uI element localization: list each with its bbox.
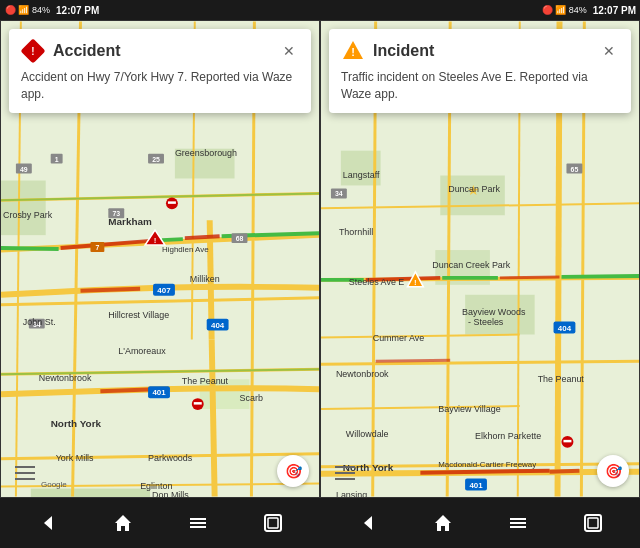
svg-rect-101 xyxy=(563,440,571,442)
svg-text:Greensborough: Greensborough xyxy=(175,148,237,158)
svg-text:7: 7 xyxy=(95,244,99,251)
svg-rect-69 xyxy=(194,402,202,404)
recent-button-right[interactable] xyxy=(573,503,613,543)
svg-text:L'Amoreaux: L'Amoreaux xyxy=(118,346,166,356)
svg-text:Don Mills: Don Mills xyxy=(152,490,189,497)
home-button-right[interactable] xyxy=(423,503,463,543)
waze-icon-left: 🔴 xyxy=(5,5,16,15)
right-compass-btn[interactable]: 🎯 xyxy=(597,455,629,487)
svg-line-90 xyxy=(500,277,560,278)
svg-line-17 xyxy=(212,339,215,496)
svg-text:!: ! xyxy=(154,236,157,245)
svg-marker-137 xyxy=(364,516,372,530)
svg-text:The Peanut: The Peanut xyxy=(182,376,229,386)
right-popup-title: Incident xyxy=(373,42,599,60)
svg-text:34: 34 xyxy=(335,190,343,197)
waze-icon-right: 🔴 xyxy=(542,5,553,15)
svg-text:Newtonbrook: Newtonbrook xyxy=(39,373,92,383)
svg-text:Hillcrest Village: Hillcrest Village xyxy=(108,310,169,320)
status-right: 🔴 📶 84% 12:07 PM xyxy=(320,0,640,20)
svg-text:Highdlen Ave: Highdlen Ave xyxy=(162,245,209,254)
battery-left: 84% xyxy=(32,5,50,15)
incident-icon: ! xyxy=(341,39,365,63)
svg-text:York Mills: York Mills xyxy=(56,453,94,463)
svg-text:Eglinton: Eglinton xyxy=(140,481,172,491)
svg-text:Parkwoods: Parkwoods xyxy=(148,453,193,463)
svg-marker-131 xyxy=(115,515,131,531)
left-popup-close[interactable]: ✕ xyxy=(279,41,299,61)
right-menu-btn[interactable] xyxy=(331,459,359,487)
svg-text:1: 1 xyxy=(55,156,59,163)
recent-button-left[interactable] xyxy=(253,503,293,543)
svg-text:Duncan Park: Duncan Park xyxy=(448,184,500,194)
svg-text:65: 65 xyxy=(571,166,579,173)
svg-rect-139 xyxy=(510,518,526,520)
accident-icon: ! xyxy=(21,39,45,63)
svg-text:The Peanut: The Peanut xyxy=(538,374,585,384)
time-left: 12:07 PM xyxy=(56,5,99,16)
svg-text:Milliken: Milliken xyxy=(190,274,220,284)
back-button-right[interactable] xyxy=(348,503,388,543)
right-nav xyxy=(320,498,640,548)
svg-text:Steeles Ave E: Steeles Ave E xyxy=(349,277,405,287)
svg-rect-141 xyxy=(510,526,526,528)
svg-text:!: ! xyxy=(351,46,355,58)
left-screen: ! 407 404 401 7 73 25 xyxy=(0,20,320,498)
svg-text:404: 404 xyxy=(211,321,225,330)
right-screen: ! ★ 404 401 34 65 Langstaff Duncan Park … xyxy=(320,20,640,498)
svg-text:!: ! xyxy=(414,278,417,287)
svg-line-93 xyxy=(550,471,580,472)
svg-text:407: 407 xyxy=(157,286,171,295)
left-popup-card: ! Accident ✕ Accident on Hwy 7/York Hwy … xyxy=(9,29,311,113)
left-menu-btn[interactable] xyxy=(11,459,39,487)
svg-rect-136 xyxy=(268,518,278,528)
svg-text:401: 401 xyxy=(469,481,483,490)
svg-text:John St.: John St. xyxy=(23,317,56,327)
menu-button-right[interactable] xyxy=(498,503,538,543)
svg-rect-133 xyxy=(190,522,206,524)
google-logo-left: Google xyxy=(41,480,67,489)
svg-text:Thornhill: Thornhill xyxy=(339,227,373,237)
svg-rect-67 xyxy=(168,201,176,203)
menu-button-left[interactable] xyxy=(178,503,218,543)
battery-right: 84% xyxy=(569,5,587,15)
right-popup-close[interactable]: ✕ xyxy=(599,41,619,61)
signal-icon-right: 📶 xyxy=(555,5,566,15)
svg-rect-140 xyxy=(510,522,526,524)
svg-line-23 xyxy=(162,239,183,240)
svg-line-22 xyxy=(1,248,59,249)
svg-text:Crosby Park: Crosby Park xyxy=(3,210,53,220)
svg-text:Markham: Markham xyxy=(108,216,152,227)
status-bar: 🔴 📶 84% 12:07 PM 🔴 📶 84% 12:07 PM xyxy=(0,0,640,20)
svg-text:25: 25 xyxy=(152,156,160,163)
left-nav xyxy=(0,498,320,548)
svg-text:Bayview Village: Bayview Village xyxy=(438,404,500,414)
svg-text:Newtonbrook: Newtonbrook xyxy=(336,369,389,379)
svg-line-19 xyxy=(185,236,220,238)
svg-text:Lansing: Lansing xyxy=(336,490,367,497)
svg-text:Elkhorn Parkette: Elkhorn Parkette xyxy=(475,431,541,441)
left-popup-body: Accident on Hwy 7/York Hwy 7. Reported v… xyxy=(21,69,299,103)
time-right: 12:07 PM xyxy=(593,5,636,16)
nav-bar xyxy=(0,498,640,548)
svg-rect-2 xyxy=(31,489,150,497)
svg-rect-143 xyxy=(588,518,598,528)
svg-text:401: 401 xyxy=(152,388,166,397)
svg-text:Bayview Woods: Bayview Woods xyxy=(462,307,526,317)
home-button-left[interactable] xyxy=(103,503,143,543)
screens-container: ! 407 404 401 7 73 25 xyxy=(0,20,640,498)
svg-line-91 xyxy=(376,360,451,361)
svg-rect-132 xyxy=(190,518,206,520)
back-button-left[interactable] xyxy=(28,503,68,543)
svg-text:- Steeles: - Steeles xyxy=(468,317,504,327)
svg-line-20 xyxy=(81,289,141,291)
svg-rect-134 xyxy=(190,526,206,528)
svg-text:68: 68 xyxy=(236,235,244,242)
svg-rect-1 xyxy=(1,180,46,235)
svg-line-92 xyxy=(420,471,549,473)
left-compass-btn[interactable]: 🎯 xyxy=(277,455,309,487)
right-popup-card: ! Incident ✕ Traffic incident on Steeles… xyxy=(329,29,631,113)
svg-marker-130 xyxy=(44,516,52,530)
svg-text:Langstaff: Langstaff xyxy=(343,171,380,181)
right-popup-body: Traffic incident on Steeles Ave E. Repor… xyxy=(341,69,619,103)
